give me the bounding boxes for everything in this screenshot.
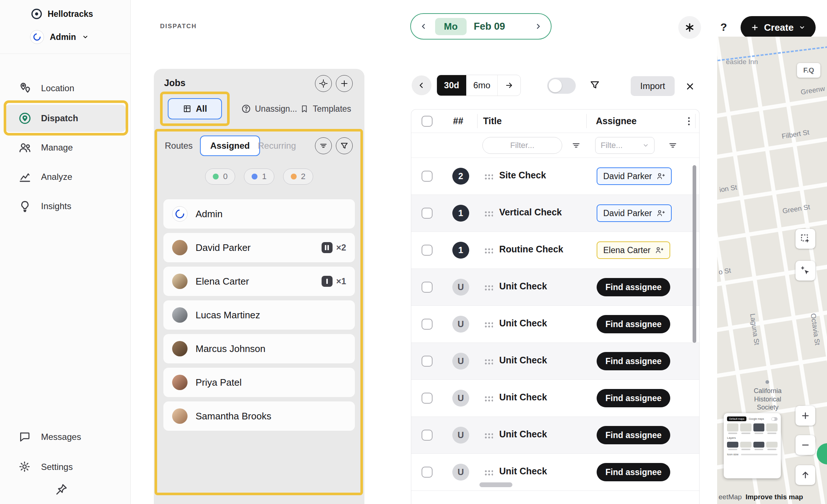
import-button[interactable]: Import <box>631 76 675 96</box>
map-style-thumb[interactable] <box>753 423 765 434</box>
row-checkbox[interactable] <box>422 356 433 367</box>
column-header-assignee[interactable]: Assignee <box>596 116 637 126</box>
sidebar-item-dispatch[interactable]: Dispatch <box>5 105 126 132</box>
drag-handle-icon[interactable] <box>484 432 493 438</box>
assignee-filter-select[interactable]: Filte... <box>595 137 654 154</box>
add-job-button[interactable] <box>336 75 353 92</box>
column-header-title[interactable]: Title <box>483 116 502 126</box>
tab-assigned[interactable]: Assigned <box>200 136 260 156</box>
layers-toggle[interactable] <box>771 417 778 421</box>
drag-handle-icon[interactable] <box>484 173 493 179</box>
assignee-chip[interactable]: David Parker <box>597 204 672 222</box>
table-view-toggle[interactable] <box>547 78 576 94</box>
collapse-table-button[interactable] <box>412 75 431 95</box>
tab-recurring[interactable]: Recurring <box>258 141 296 151</box>
map-zoom-area-button[interactable] <box>796 261 815 281</box>
sidebar-item-manage[interactable]: Manage <box>5 134 126 161</box>
table-row[interactable]: U Unit Check Find assignee <box>411 454 699 491</box>
table-row[interactable]: U Unit Check Find assignee <box>411 306 699 343</box>
sidebar-item-messages[interactable]: Messages <box>5 423 126 451</box>
sidebar-item-insights[interactable]: Insights <box>5 193 126 220</box>
find-assignee-button[interactable]: Find assignee <box>597 278 670 296</box>
improve-map-link[interactable]: Improve this map <box>745 493 803 501</box>
drag-handle-icon[interactable] <box>484 395 493 401</box>
assignee-chip[interactable]: Elena Carter <box>597 241 670 259</box>
current-date[interactable]: Feb 09 <box>474 21 505 32</box>
default-maps-button[interactable]: Default maps <box>727 416 746 421</box>
table-row[interactable]: 2 Site Check David Parker <box>411 158 699 195</box>
member-row-admin[interactable]: Admin <box>163 199 355 229</box>
tab-templates[interactable]: Templates <box>300 98 351 119</box>
filter-lines-icon[interactable] <box>668 140 678 151</box>
table-filter-button[interactable] <box>589 79 601 92</box>
tab-all-jobs[interactable]: All <box>168 98 222 119</box>
find-assignee-button[interactable]: Find assignee <box>597 315 670 333</box>
status-count-green[interactable]: 0 <box>205 168 235 185</box>
sidebar-item-location[interactable]: Location <box>5 75 126 102</box>
row-checkbox[interactable] <box>422 208 433 219</box>
drag-handle-icon[interactable] <box>484 358 493 364</box>
row-checkbox[interactable] <box>422 171 433 182</box>
title-filter-input[interactable] <box>482 137 562 154</box>
filter-routes-button[interactable] <box>336 137 353 154</box>
member-row-marcus-johnson[interactable]: Marcus Johnson <box>163 334 355 363</box>
range-30d-button[interactable]: 30d <box>437 75 466 96</box>
column-header-number[interactable]: ## <box>453 116 463 126</box>
table-row[interactable]: 1 Routine Check Elena Carter <box>411 232 699 269</box>
map-layer-thumb[interactable] <box>740 442 752 450</box>
member-row-lucas-martinez[interactable]: Lucas Martinez <box>163 300 355 330</box>
column-menu-button[interactable] <box>683 115 695 127</box>
find-assignee-button[interactable]: Find assignee <box>597 463 670 481</box>
map-search-control[interactable]: F.Q <box>797 63 820 78</box>
row-checkbox[interactable] <box>422 393 433 404</box>
map-select-area-button[interactable] <box>796 229 815 249</box>
account-switcher[interactable]: Admin <box>30 30 89 44</box>
tab-unassigned-jobs[interactable]: Unassign... <box>241 98 297 119</box>
sort-routes-button[interactable] <box>315 137 332 154</box>
row-checkbox[interactable] <box>422 245 433 256</box>
find-assignee-button[interactable]: Find assignee <box>597 389 670 407</box>
prev-day-button[interactable] <box>420 22 428 30</box>
help-button[interactable]: ? <box>713 17 734 37</box>
assignee-chip[interactable]: David Parker <box>597 167 672 185</box>
google-maps-label[interactable]: Google maps <box>749 418 764 420</box>
map-zoom-out-button[interactable] <box>796 435 815 455</box>
row-checkbox[interactable] <box>422 319 433 330</box>
table-row[interactable]: U Unit Check Find assignee <box>411 343 699 380</box>
member-row-priya-patel[interactable]: Priya Patel <box>163 368 355 397</box>
sidebar-item-analyze[interactable]: Analyze <box>5 163 126 190</box>
drag-handle-icon[interactable] <box>484 210 493 216</box>
drag-handle-icon[interactable] <box>484 321 493 327</box>
drag-handle-icon[interactable] <box>484 247 493 253</box>
row-checkbox[interactable] <box>422 282 433 293</box>
sidebar-item-settings[interactable]: Settings <box>5 453 126 481</box>
table-row[interactable]: U Unit Check Find assignee <box>411 417 699 454</box>
pin-sidebar-button[interactable] <box>53 481 70 497</box>
map-zoom-in-button[interactable] <box>796 406 815 426</box>
filter-lines-icon[interactable] <box>571 140 581 151</box>
tab-routes[interactable]: Routes <box>165 141 193 151</box>
drag-handle-icon[interactable] <box>484 284 493 290</box>
create-button[interactable]: Create <box>741 16 816 39</box>
next-day-button[interactable] <box>534 22 542 30</box>
table-row[interactable]: 1 Vertical Check David Parker <box>411 195 699 232</box>
find-assignee-button[interactable]: Find assignee <box>597 426 670 444</box>
map-style-thumb[interactable] <box>727 423 738 434</box>
map-style-thumb[interactable] <box>766 423 778 434</box>
map-layer-thumb[interactable] <box>727 442 738 450</box>
table-row[interactable]: U Unit Check Find assignee <box>411 269 699 306</box>
ai-assistant-button[interactable] <box>678 16 701 39</box>
icon-size-slider[interactable] <box>741 454 778 455</box>
member-row-david-parker[interactable]: David Parker ×2 <box>163 233 355 262</box>
table-row[interactable]: U Unit Check Find assignee <box>411 380 699 417</box>
map-layer-thumb[interactable] <box>766 442 778 450</box>
horizontal-scrollbar[interactable] <box>479 482 512 487</box>
status-count-orange[interactable]: 2 <box>283 168 313 185</box>
locate-jobs-button[interactable] <box>315 75 332 92</box>
close-table-button[interactable] <box>682 78 698 94</box>
vertical-scrollbar[interactable] <box>693 165 696 343</box>
map-layer-thumb[interactable] <box>753 442 765 450</box>
status-count-blue[interactable]: 1 <box>244 168 274 185</box>
row-checkbox[interactable] <box>422 430 433 441</box>
drag-handle-icon[interactable] <box>484 469 493 475</box>
